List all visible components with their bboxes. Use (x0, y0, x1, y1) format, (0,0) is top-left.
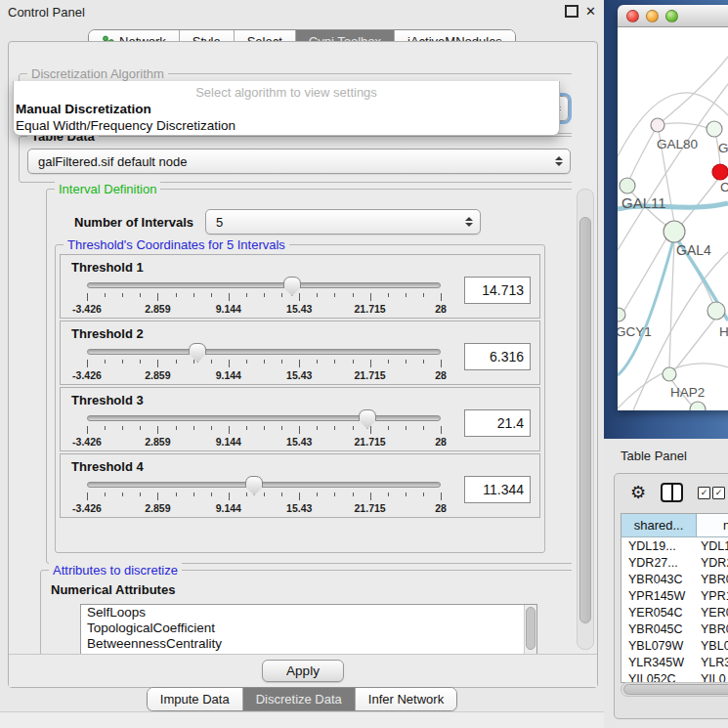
checkbox-icon[interactable]: ✓ (698, 487, 710, 499)
network-node-selected[interactable] (712, 164, 728, 180)
network-node[interactable] (651, 118, 664, 132)
slider-scale-labels: -3.4262.8599.14415.4321.71528 (87, 369, 441, 381)
attributes-scrollbar[interactable] (524, 605, 536, 654)
column-header-name[interactable]: na (697, 514, 728, 536)
numerical-attributes-label: Numerical Attributes (51, 582, 175, 597)
table-data-value: galFiltered.sif default node (38, 154, 187, 169)
table-cell: YER054C (621, 606, 696, 620)
attribute-item[interactable]: SelfLoops (81, 605, 536, 621)
bottom-tab-infer-network[interactable]: Infer Network (356, 688, 456, 710)
numerical-attributes-list[interactable]: SelfLoopsTopologicalCoefficientBetweenne… (80, 604, 537, 654)
zoom-traffic-light-icon[interactable] (665, 10, 678, 22)
table-row[interactable]: YDL19...YDL1 (621, 537, 728, 554)
algorithm-item-manual-discretization[interactable]: Manual Discretization (14, 101, 559, 117)
close-traffic-light-icon[interactable] (626, 10, 639, 22)
slider-track[interactable] (87, 482, 441, 488)
table-panel-title: Table Panel (621, 449, 687, 463)
table-horizontal-scrollbar[interactable] (621, 682, 728, 697)
table-cell: YER0 (696, 606, 728, 620)
scale-tick-label: -3.426 (72, 303, 102, 315)
number-of-intervals-value: 5 (216, 215, 223, 230)
network-node[interactable] (664, 221, 685, 242)
threshold-slider[interactable]: -3.4262.8599.14415.4321.71528 (87, 409, 441, 449)
float-window-icon[interactable] (565, 5, 578, 18)
network-canvas[interactable]: GAL80 GA GAL11 C GAL4 GCY1 H HAP2 (618, 27, 728, 410)
attributes-to-discretize-group: Attributes to discretize Numerical Attri… (40, 570, 572, 654)
algorithm-dropdown-popup: Select algorithm to view settings Manual… (13, 81, 560, 136)
minimize-traffic-light-icon[interactable] (646, 10, 659, 22)
tab-label: Impute Data (160, 692, 230, 707)
table-row[interactable]: YLR345WYLR3 (621, 654, 728, 670)
threshold-label: Threshold 2 (71, 326, 531, 341)
table-cell: YBR043C (621, 573, 696, 586)
attribute-item[interactable]: BetweennessCentrality (81, 636, 536, 652)
table-row[interactable]: YER054CYER0 (621, 604, 728, 621)
scrollbar-thumb[interactable] (526, 607, 535, 650)
threshold-slider[interactable]: -3.4262.8599.14415.4321.71528 (87, 343, 441, 382)
table-panel-body: ⚙ ✓ ✓ shared... na YDL19...YDL1YDR27...Y… (614, 473, 728, 719)
gear-icon[interactable]: ⚙ (630, 484, 646, 501)
table-cell: YPR145W (621, 589, 696, 603)
control-panel-titlebar: Control Panel ✕ (0, 0, 604, 23)
table-cell: YDR2 (696, 556, 728, 570)
scale-tick-label: 15.43 (286, 303, 312, 315)
scale-tick-label: 28 (435, 436, 447, 448)
table-cell: YDR27... (621, 556, 696, 570)
table-cell: YLR3 (696, 656, 728, 669)
attribute-item[interactable]: TopologicalCoefficient (81, 621, 536, 636)
split-columns-icon[interactable] (661, 483, 683, 502)
network-node[interactable] (707, 121, 722, 137)
table-cell: YBL0 (696, 639, 728, 653)
network-window-titlebar[interactable] (618, 5, 728, 27)
table-row[interactable]: YBL079WYBL0 (621, 637, 728, 654)
table-cell: YDL19... (621, 539, 696, 553)
close-icon[interactable]: ✕ (585, 5, 596, 18)
scale-tick-label: -3.426 (72, 436, 102, 448)
table-row[interactable]: YPR145WYPR1 (621, 587, 728, 604)
node-label: GAL11 (621, 194, 666, 211)
network-node[interactable] (690, 402, 706, 410)
slider-scale-labels: -3.4262.8599.14415.4321.71528 (87, 436, 441, 448)
algorithm-item-equal-width-frequency[interactable]: Equal Width/Frequency Discretization (14, 117, 559, 134)
bottom-tab-impute-data[interactable]: Impute Data (148, 688, 243, 710)
scale-tick-label: -3.426 (72, 502, 102, 514)
network-node[interactable] (618, 308, 625, 321)
table-row[interactable]: YBR045CYBR0 (621, 621, 728, 637)
network-node[interactable] (663, 367, 676, 381)
network-view-window: GAL80 GA GAL11 C GAL4 GCY1 H HAP2 (618, 5, 728, 410)
scale-tick-label: 9.144 (216, 369, 241, 381)
table-header-row: shared... na (621, 514, 728, 537)
table-panel: Table Panel ⚙ ✓ ✓ shared... na YDL19...Y… (604, 439, 728, 728)
threshold-value-field[interactable]: 6.316 (464, 343, 531, 370)
apply-button[interactable]: Apply (262, 660, 344, 682)
table-row[interactable]: YDR27...YDR2 (621, 554, 728, 571)
threshold-slider[interactable]: -3.4262.8599.14415.4321.71528 (87, 476, 441, 515)
column-header-shared-name[interactable]: shared... (621, 514, 697, 536)
scrollbar-thumb[interactable] (623, 684, 728, 695)
table-data-combobox[interactable]: galFiltered.sif default node (27, 149, 571, 174)
slider-track[interactable] (87, 282, 441, 288)
threshold-label: Threshold 3 (71, 393, 531, 407)
interval-definition-group: Interval Definition Number of Intervals … (46, 189, 572, 564)
threshold-slider[interactable]: -3.4262.8599.14415.4321.71528 (87, 277, 441, 316)
scale-tick-label: -3.426 (72, 369, 102, 381)
scrollbar-thumb[interactable] (579, 217, 591, 623)
table-cell: YBL079W (621, 639, 696, 653)
network-node[interactable] (620, 178, 635, 193)
tab-label: Discretize Data (256, 692, 342, 707)
settings-vertical-scrollbar[interactable] (577, 189, 594, 650)
number-of-intervals-combobox[interactable]: 5 (205, 209, 481, 235)
scale-tick-label: 2.859 (145, 369, 170, 381)
slider-track[interactable] (87, 415, 441, 421)
scale-tick-label: 15.43 (286, 502, 312, 514)
bottom-tab-discretize-data[interactable]: Discretize Data (243, 688, 356, 710)
threshold-value-field[interactable]: 21.4 (464, 409, 531, 437)
threshold-value-field[interactable]: 11.344 (464, 476, 531, 503)
table-cell: YBR0 (696, 573, 728, 586)
slider-track[interactable] (87, 349, 441, 355)
slider-ticks (87, 293, 441, 302)
threshold-value-field[interactable]: 14.713 (464, 277, 531, 304)
table-row[interactable]: YBR043CYBR0 (621, 571, 728, 587)
checkbox-icon[interactable]: ✓ (712, 487, 725, 499)
network-node[interactable] (707, 302, 725, 320)
